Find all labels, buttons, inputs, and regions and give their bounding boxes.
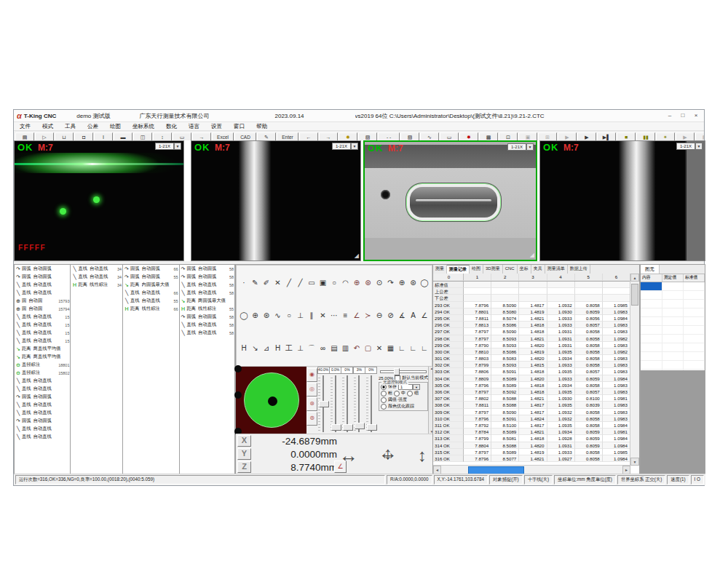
- tool-icon[interactable]: ✎: [250, 278, 261, 288]
- tool-icon[interactable]: ╱: [296, 278, 306, 288]
- tool-icon[interactable]: ↷: [386, 278, 396, 288]
- tool-icon[interactable]: ∟: [419, 343, 430, 354]
- table-row[interactable]: 296 OK7.88138.50861.48181.09330.80571.09…: [433, 322, 630, 328]
- tool-icon[interactable]: ↘: [250, 343, 261, 354]
- table-row[interactable]: 312 OK7.87848.50891.48211.09340.80591.09…: [433, 428, 630, 435]
- camera-zoom-select[interactable]: 1-21X▼: [332, 143, 358, 150]
- camera-view-2[interactable]: ◢OKM:71-21X▼: [191, 140, 361, 261]
- feature-item[interactable]: ↘距离两直线平均值: [15, 345, 70, 353]
- camera-view-3[interactable]: ◢OKM:71-21X▼: [363, 140, 537, 261]
- element-row[interactable]: [641, 326, 705, 335]
- axis-y-button[interactable]: Y: [237, 448, 251, 460]
- tab-3[interactable]: 3D测量: [483, 265, 503, 274]
- element-row[interactable]: [641, 335, 705, 343]
- feature-item[interactable]: ╲直线自动直线: [15, 433, 70, 441]
- element-row[interactable]: [641, 282, 705, 291]
- tool-icon[interactable]: ≡: [341, 311, 351, 321]
- table-row[interactable]: 305 OK7.87968.50891.48181.09340.80581.09…: [433, 382, 630, 388]
- slider-track[interactable]: [366, 375, 376, 432]
- chevron-down-icon[interactable]: ▼: [695, 143, 703, 150]
- feature-item[interactable]: ╲直线自动直线58: [180, 329, 235, 337]
- table-row[interactable]: 299 OK7.87908.50931.48201.09310.80581.09…: [433, 342, 630, 348]
- feature-item[interactable]: ╲直线自动直线15: [15, 337, 70, 345]
- menu-item-3[interactable]: 公差: [82, 123, 104, 130]
- feature-item[interactable]: ↷圆弧自动圆弧66: [123, 265, 178, 273]
- tool-icon[interactable]: ╱: [284, 278, 294, 288]
- menu-item-9[interactable]: 窗口: [228, 123, 250, 130]
- jog-cross-icon[interactable]: ↔↕: [377, 443, 399, 468]
- feature-item[interactable]: ╲直线自动直线: [15, 409, 70, 417]
- table-row[interactable]: 315 OK7.87978.50891.48191.09330.80581.09…: [433, 449, 630, 455]
- table-row[interactable]: 311 OK7.87928.51001.48171.09350.80581.09…: [433, 422, 630, 428]
- table-row[interactable]: 302 OK7.87998.50931.48151.09330.80581.09…: [433, 362, 630, 368]
- table-fixed-row[interactable]: 上公差: [433, 288, 630, 295]
- tool-icon[interactable]: ▦: [386, 343, 396, 354]
- feature-item[interactable]: ╲直线自动直线58: [180, 281, 235, 289]
- axis-z-button[interactable]: Z: [237, 461, 251, 473]
- table-row[interactable]: 294 OK7.88018.50801.48191.09300.80591.09…: [433, 308, 630, 315]
- tool-icon[interactable]: ∥: [306, 311, 317, 321]
- tool-icon[interactable]: ✕: [273, 278, 283, 288]
- table-row[interactable]: 310 OK7.87968.50911.48241.09320.80581.09…: [433, 415, 630, 422]
- feature-item[interactable]: ↘距离两圆弧最大值: [180, 297, 235, 305]
- table-row[interactable]: 307 OK7.88028.50881.48211.09300.81001.09…: [433, 395, 630, 402]
- table-fixed-row[interactable]: 标准值: [433, 282, 630, 288]
- tool-icon[interactable]: ·: [239, 278, 249, 288]
- camera-view-1[interactable]: OKM:71-21X▼FFFFF: [14, 140, 184, 261]
- feature-item[interactable]: ↷圆弧自动圆弧58: [180, 273, 235, 281]
- element-row[interactable]: [641, 361, 705, 370]
- tool-icon[interactable]: ◯: [419, 278, 430, 288]
- tool-icon[interactable]: 工: [284, 343, 294, 354]
- menu-item-8[interactable]: 设置: [205, 123, 228, 130]
- table-row[interactable]: 298 OK7.87978.50931.48211.09310.80581.09…: [433, 335, 630, 342]
- option-radio-0[interactable]: [381, 397, 387, 403]
- feature-item[interactable]: ↷圆弧自动圆弧: [15, 273, 70, 281]
- feature-item[interactable]: H距离线性标注34: [71, 281, 122, 289]
- feature-item[interactable]: ╲直线自动直线: [15, 281, 70, 289]
- tool-icon[interactable]: ▥: [341, 343, 351, 354]
- feature-item[interactable]: ⊕圆自动圆15793: [15, 297, 70, 305]
- tool-icon[interactable]: ∞: [318, 343, 328, 354]
- feature-item[interactable]: ╲直线自动直线: [15, 425, 70, 433]
- tab-element[interactable]: 图元: [641, 265, 660, 274]
- chevron-down-icon[interactable]: ▼: [174, 143, 181, 150]
- element-row[interactable]: [641, 300, 705, 308]
- feature-item[interactable]: ↷圆弧自动圆弧: [15, 417, 70, 425]
- light-mode-button-1[interactable]: ◎: [306, 383, 317, 396]
- feature-item[interactable]: ╲直线自动直线: [15, 385, 70, 393]
- slider-track[interactable]: [354, 375, 364, 432]
- feature-item[interactable]: ╲直线自动直线66: [123, 289, 178, 297]
- tool-icon[interactable]: ▭: [306, 278, 317, 288]
- tool-icon[interactable]: ⋯: [329, 311, 339, 321]
- tool-icon[interactable]: ⊛: [408, 278, 419, 288]
- slider-track[interactable]: [318, 375, 328, 432]
- jog-z-icon[interactable]: ↕: [418, 445, 427, 466]
- tool-icon[interactable]: ▤: [329, 343, 339, 354]
- vertical-scroll-thumb[interactable]: [631, 284, 638, 306]
- tool-icon[interactable]: ∠: [352, 311, 362, 321]
- tool-icon[interactable]: ⊕: [397, 278, 407, 288]
- angle-tool-button[interactable]: ∠: [334, 461, 347, 473]
- tool-icon[interactable]: ⊙: [374, 278, 384, 288]
- feature-item[interactable]: ╲直线自动直线15: [15, 313, 70, 321]
- resize-handle-icon[interactable]: ◢: [355, 252, 359, 259]
- tool-icon[interactable]: ○: [329, 278, 339, 288]
- menu-item-4[interactable]: 绘图: [104, 123, 127, 130]
- table-row[interactable]: 306 OK7.87978.50921.48181.09350.80571.09…: [433, 388, 630, 395]
- table-row[interactable]: 300 OK7.88108.50861.48191.09350.80581.09…: [433, 348, 630, 355]
- close-button[interactable]: ×: [690, 111, 702, 120]
- axis-x-button[interactable]: X: [237, 435, 251, 447]
- table-row[interactable]: 303 OK7.88068.50911.48181.09350.80571.09…: [433, 368, 630, 375]
- tool-icon[interactable]: ✐: [261, 278, 272, 288]
- feature-item[interactable]: H距离线性标注66: [123, 305, 178, 313]
- tool-icon[interactable]: ∿: [273, 311, 283, 321]
- tool-icon[interactable]: ◠: [341, 278, 351, 288]
- table-row[interactable]: 314 OK7.88048.50881.48201.09310.80591.09…: [433, 442, 630, 449]
- tool-icon[interactable]: ⊥: [296, 343, 306, 354]
- tab-5[interactable]: 坐标: [518, 265, 531, 274]
- feature-item[interactable]: ╲直线自动直线55: [123, 297, 178, 305]
- feature-item[interactable]: ↷圆弧自动圆弧58: [180, 265, 235, 273]
- feature-item[interactable]: ⊖直径标注15802: [15, 369, 70, 377]
- feature-item[interactable]: ↘距离两直线平均值: [15, 353, 70, 361]
- tab-6[interactable]: 夹具: [531, 265, 545, 274]
